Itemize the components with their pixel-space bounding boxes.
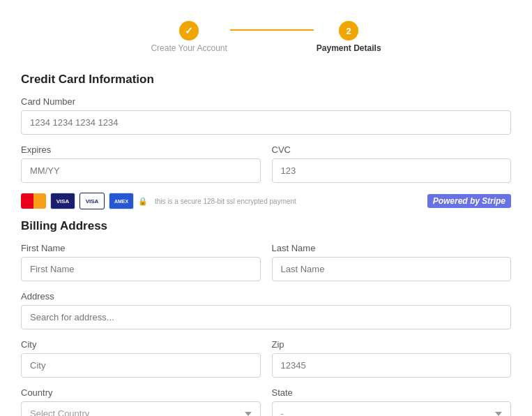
- billing-title: Billing Address: [21, 219, 511, 233]
- credit-card-section: Credit Card Information Card Number Expi…: [21, 73, 511, 209]
- expires-label: Expires: [21, 144, 261, 155]
- step-1: ✓ Create Your Account: [151, 21, 227, 53]
- address-label: Address: [21, 291, 511, 302]
- city-zip-row: City Zip: [21, 339, 511, 378]
- step-2-label: Payment Details: [317, 43, 381, 53]
- step-1-circle: ✓: [179, 21, 199, 40]
- first-name-label: First Name: [21, 243, 261, 253]
- state-group: State - Alabama Alaska California New Yo…: [272, 387, 512, 416]
- country-label: Country: [21, 387, 261, 398]
- visa-icon: VISA: [79, 193, 105, 209]
- card-number-label: Card Number: [21, 96, 511, 107]
- expires-input[interactable]: [21, 158, 261, 183]
- cvc-group: CVC: [272, 144, 512, 183]
- city-group: City: [21, 339, 261, 378]
- step-2-circle: 2: [339, 21, 358, 40]
- step-2: 2 Payment Details: [317, 21, 381, 53]
- amex-icon: AMEX: [109, 193, 134, 209]
- country-group: Country Select Country United States Can…: [21, 387, 261, 416]
- cvc-input[interactable]: [272, 158, 512, 183]
- last-name-label: Last Name: [272, 243, 512, 253]
- expires-group: Expires: [21, 144, 261, 183]
- stripe-badge: Powered by Stripe: [427, 194, 511, 208]
- country-select[interactable]: Select Country United States Canada Unit…: [21, 401, 261, 416]
- zip-input[interactable]: [272, 353, 512, 378]
- last-name-input[interactable]: [272, 257, 512, 281]
- zip-group: Zip: [272, 339, 512, 378]
- card-number-group: Card Number: [21, 96, 511, 135]
- city-input[interactable]: [21, 353, 261, 378]
- step-1-label: Create Your Account: [151, 43, 227, 53]
- visa-old-icon: VISA: [50, 193, 75, 209]
- address-group: Address: [21, 291, 511, 329]
- credit-card-title: Credit Card Information: [21, 73, 511, 87]
- name-row: First Name Last Name: [21, 243, 511, 281]
- city-label: City: [21, 339, 261, 350]
- last-name-group: Last Name: [272, 243, 512, 281]
- zip-label: Zip: [272, 339, 512, 350]
- first-name-group: First Name: [21, 243, 261, 281]
- state-select[interactable]: - Alabama Alaska California New York Tex…: [272, 401, 512, 416]
- billing-section: Billing Address First Name Last Name Add…: [21, 219, 511, 416]
- expires-cvc-row: Expires CVC: [21, 144, 511, 183]
- address-input[interactable]: [21, 305, 511, 329]
- card-icons-row: VISA VISA AMEX 🔒 this is a secure 128-bi…: [21, 193, 511, 209]
- first-name-input[interactable]: [21, 257, 261, 281]
- cvc-label: CVC: [272, 144, 512, 155]
- lock-icon: 🔒: [138, 197, 148, 206]
- country-state-row: Country Select Country United States Can…: [21, 387, 511, 416]
- card-number-input[interactable]: [21, 110, 511, 135]
- stripe-brand: Stripe: [482, 196, 506, 206]
- stepper: ✓ Create Your Account 2 Payment Details: [21, 14, 511, 53]
- state-label: State: [272, 387, 512, 398]
- step-connector: [230, 29, 314, 31]
- checkmark-icon: ✓: [185, 25, 193, 36]
- stripe-powered-label: Powered by: [433, 196, 480, 206]
- step-2-number: 2: [347, 26, 351, 36]
- mastercard-icon: [21, 193, 46, 209]
- secure-text: this is a secure 128-bit ssl encrypted p…: [155, 198, 296, 205]
